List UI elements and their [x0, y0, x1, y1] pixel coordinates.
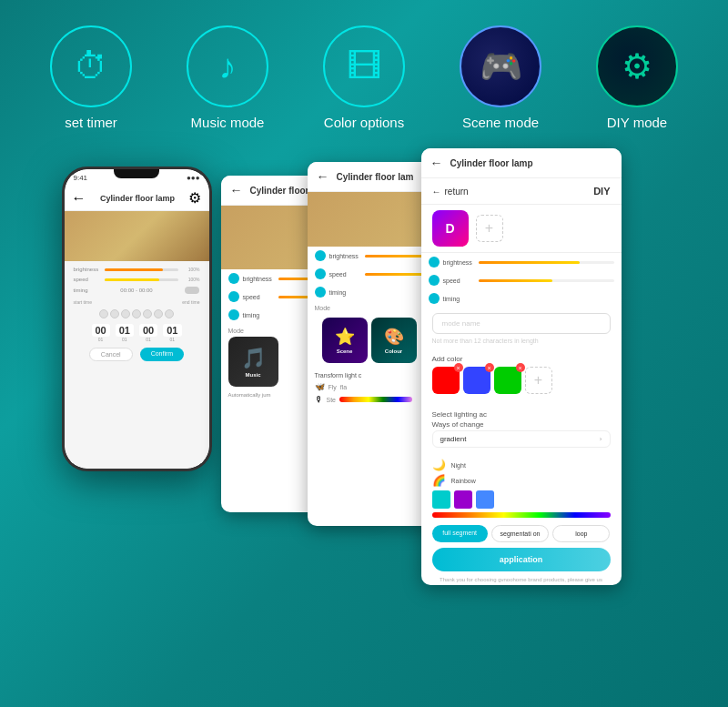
s3-swatch-red[interactable]: × — [432, 367, 460, 394]
scene-icon-circle: 🎮 — [460, 25, 541, 107]
s3-full-segment-button[interactable]: full segment — [432, 525, 488, 542]
s1-timing-label: timing — [243, 312, 275, 318]
s3-diy-header: ← return DIY — [421, 178, 622, 205]
min-2-box: 01 01 — [163, 324, 181, 342]
s3-sq-purple[interactable] — [454, 490, 472, 509]
s2-colour-card[interactable]: 🎨 Colour — [371, 318, 417, 363]
s2-speed-label: speed — [329, 271, 361, 278]
phone-buttons: Cancel Confirm — [74, 348, 200, 361]
s3-rainbow-icon: 🌈 — [432, 474, 446, 487]
color-icon-circle: 🎞 — [323, 25, 405, 107]
s3-back-arrow-icon: ← — [432, 187, 441, 197]
screens-stack: ← Cylinder floor lam brightness speed ti… — [221, 148, 667, 585]
s3-del-red[interactable]: × — [454, 363, 463, 372]
phone-notch — [114, 169, 159, 178]
feature-icons-row: ⏱ set timer ♪ Music mode 🎞 Color options… — [0, 0, 728, 139]
s3-swatch-blue[interactable]: × — [463, 367, 490, 394]
s3-sq-cyan[interactable] — [432, 490, 450, 509]
music-label: Music mode — [191, 115, 265, 130]
s3-gradient-dropdown[interactable]: gradient › — [432, 430, 611, 448]
brightness-slider[interactable] — [105, 268, 178, 271]
s3-mode-name-box[interactable]: mode name — [432, 313, 611, 334]
phone-settings-icon[interactable]: ⚙ — [188, 189, 201, 207]
s3-brightness-bar[interactable] — [479, 261, 614, 264]
s3-add-color-button[interactable]: + — [525, 367, 552, 394]
s2-scene-card[interactable]: ⭐ Scene — [322, 318, 368, 363]
s3-swatch-green[interactable]: × — [494, 367, 521, 394]
s2-spectrum-icon: 🎙 — [315, 395, 323, 404]
s3-sq-blue[interactable] — [476, 490, 494, 509]
s3-mode-name-input[interactable]: mode name — [442, 319, 601, 328]
icon-item-diy[interactable]: ⚙ DIY mode — [596, 25, 678, 130]
s1-back-arrow[interactable]: ← — [230, 183, 243, 197]
hour-1-box: 00 01 — [92, 324, 110, 342]
s3-timing-icon — [429, 293, 440, 304]
s3-brightness-label: brightness — [443, 259, 475, 266]
s1-mode-card-music[interactable]: 🎵 Music — [228, 337, 278, 387]
s3-rainbow-label: Rainbow — [451, 478, 476, 484]
s3-ways-section: Select lighting ac Ways of change gradie… — [421, 405, 622, 459]
dot-7 — [165, 309, 174, 318]
phone-hero-image — [65, 211, 209, 261]
s2-brightness-label: brightness — [329, 253, 361, 259]
s1-mode-name: Music — [245, 372, 260, 378]
s3-segment-section: full segment segmentati on loop applicat… — [421, 520, 622, 585]
phone-back-arrow[interactable]: ← — [72, 190, 86, 207]
start-time-label: start time — [74, 299, 93, 305]
cancel-button[interactable]: Cancel — [89, 348, 133, 361]
s1-brightness-icon — [228, 273, 239, 284]
s3-back-label: return — [445, 187, 469, 197]
main-content: 9:41 ●●● ← Cylinder floor lamp ⚙ brightn… — [0, 139, 728, 594]
min-2[interactable]: 01 — [163, 324, 181, 337]
brightness-row: brightness 100% — [74, 267, 200, 272]
timing-value: 00:00 - 00:00 — [120, 288, 152, 293]
hour-1[interactable]: 00 — [92, 324, 110, 337]
color-label: Color options — [324, 115, 404, 130]
s3-add-diy-button[interactable]: + — [476, 215, 503, 242]
phone-controls-area: brightness 100% speed 100% timing 00:00 … — [65, 261, 209, 469]
s3-timing-row: timing — [421, 289, 622, 308]
s3-diy-preview-box: D — [432, 210, 469, 247]
min-1[interactable]: 01 — [116, 324, 134, 337]
min-1-box: 01 01 — [116, 324, 134, 342]
s3-ways-change-label: Ways of change — [432, 420, 611, 429]
s2-speed-icon — [315, 268, 326, 279]
phone-battery: ●●● — [187, 174, 200, 182]
s3-thank-text: Thank you for choosing gvnoohome brand p… — [432, 577, 611, 585]
brightness-fill — [105, 268, 164, 271]
timing-label: timing — [74, 288, 88, 293]
s3-speed-bar[interactable] — [479, 279, 614, 282]
s3-back-group[interactable]: ← return — [432, 187, 469, 197]
s3-loop-button[interactable]: loop — [552, 525, 610, 542]
s3-del-blue[interactable]: × — [485, 363, 494, 372]
s3-segment-row: full segment segmentati on loop — [432, 525, 611, 542]
s2-spectrum-text: Ste — [327, 397, 337, 403]
s1-speed-icon — [228, 291, 239, 302]
s3-rainbow-row: 🌈 Rainbow — [432, 474, 611, 487]
timing-toggle[interactable] — [185, 287, 199, 294]
dots-row — [74, 309, 200, 318]
diy-label: DIY mode — [607, 115, 667, 130]
s3-segmentation-button[interactable]: segmentati on — [491, 525, 549, 542]
icon-item-scene[interactable]: 🎮 Scene mode — [460, 25, 541, 130]
icon-item-timer[interactable]: ⏱ set timer — [50, 25, 132, 130]
s3-apply-button[interactable]: application — [432, 548, 611, 571]
s3-main-title: Cylinder floor lamp — [450, 158, 612, 168]
s3-del-green[interactable]: × — [516, 363, 525, 372]
time-inputs: 00 01 01 01 00 01 01 01 — [74, 324, 200, 342]
s3-speed-row: speed — [421, 271, 622, 289]
diy-icon-circle: ⚙ — [596, 25, 678, 107]
music-icon-circle: ♪ — [187, 25, 268, 107]
s2-back-arrow[interactable]: ← — [317, 169, 329, 184]
s3-night-label: Night — [451, 462, 466, 469]
s1-timing-icon — [228, 309, 239, 320]
s2-timing-icon — [315, 287, 326, 298]
confirm-button[interactable]: Confirm — [140, 348, 185, 361]
s2-brightness-icon — [315, 250, 326, 261]
s3-top-back[interactable]: ← — [430, 156, 443, 170]
icon-item-color[interactable]: 🎞 Color options — [323, 25, 405, 130]
icon-item-music[interactable]: ♪ Music mode — [187, 25, 268, 130]
speed-slider[interactable] — [105, 278, 178, 281]
hour-2[interactable]: 00 — [139, 324, 157, 337]
speed-fill — [105, 278, 160, 281]
